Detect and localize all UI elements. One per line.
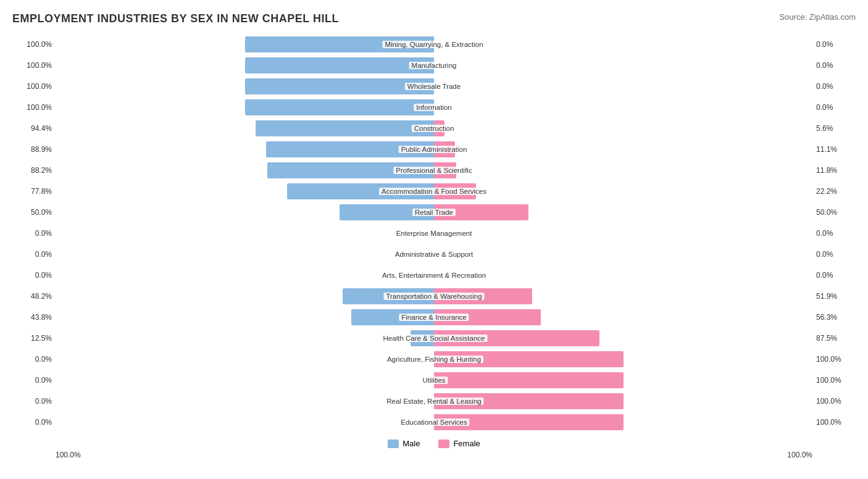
left-half [56, 308, 434, 327]
bar-row: 0.0%Real Estate, Rental & Leasing100.0% [12, 392, 856, 410]
industry-label: Enterprise Management [394, 230, 475, 237]
right-percentage: 0.0% [812, 61, 856, 70]
right-percentage: 0.0% [812, 229, 856, 238]
right-half [434, 119, 812, 138]
left-percentage: 100.0% [12, 61, 56, 70]
industry-label: Finance & Insurance [399, 314, 469, 321]
legend-male: Male [388, 439, 420, 448]
left-half [56, 245, 434, 264]
male-bar [245, 57, 435, 73]
bars-area: Manufacturing [56, 56, 812, 75]
bar-row: 43.8%Finance & Insurance56.3% [12, 308, 856, 327]
left-percentage: 100.0% [12, 40, 56, 49]
left-half [56, 77, 434, 96]
left-half [56, 224, 434, 243]
right-percentage: 100.0% [812, 376, 856, 385]
bars-area: Finance & Insurance [56, 308, 812, 327]
right-percentage: 100.0% [812, 355, 856, 364]
right-percentage: 11.8% [812, 166, 856, 175]
left-percentage: 43.8% [12, 313, 56, 322]
bars-area: Arts, Entertainment & Recreation [56, 266, 812, 285]
industry-label: Educational Services [398, 419, 469, 426]
left-percentage: 100.0% [12, 82, 56, 91]
right-half [434, 371, 812, 389]
chart-title: EMPLOYMENT INDUSTRIES BY SEX IN NEW CHAP… [12, 12, 339, 25]
left-half [56, 140, 434, 159]
bar-row: 88.9%Public Administration11.1% [12, 140, 856, 159]
industry-label: Agriculture, Fishing & Hunting [385, 356, 483, 363]
left-half [56, 119, 434, 138]
right-percentage: 56.3% [812, 313, 856, 322]
right-percentage: 5.6% [812, 124, 856, 133]
bars-area: Construction [56, 119, 812, 138]
bar-row: 48.2%Transportation & Warehousing51.9% [12, 287, 856, 306]
right-percentage: 87.5% [812, 334, 856, 343]
left-half [56, 266, 434, 285]
bar-row: 0.0%Enterprise Management0.0% [12, 224, 856, 243]
bar-row: 100.0%Mining, Quarrying, & Extraction0.0… [12, 35, 856, 54]
left-half [56, 98, 434, 117]
right-half [434, 140, 812, 159]
bars-area: Information [56, 98, 812, 117]
bars-area: Agriculture, Fishing & Hunting [56, 350, 812, 369]
bars-area: Real Estate, Rental & Leasing [56, 392, 812, 410]
bar-row: 77.8%Accommodation & Food Services22.2% [12, 182, 856, 201]
left-half [56, 182, 434, 201]
bar-row: 0.0%Utilities100.0% [12, 371, 856, 389]
right-percentage: 11.1% [812, 145, 856, 154]
left-half [56, 203, 434, 222]
industry-label: Accommodation & Food Services [379, 188, 489, 195]
right-percentage: 0.0% [812, 103, 856, 112]
left-percentage: 88.2% [12, 166, 56, 175]
industry-label: Construction [412, 125, 457, 132]
industry-label: Wholesale Trade [405, 83, 463, 90]
right-percentage: 0.0% [812, 271, 856, 280]
industry-label: Retail Trade [412, 209, 456, 216]
right-half [434, 98, 812, 117]
bar-row: 50.0%Retail Trade50.0% [12, 203, 856, 222]
chart-header: EMPLOYMENT INDUSTRIES BY SEX IN NEW CHAP… [12, 12, 856, 25]
bars-area: Educational Services [56, 413, 812, 431]
left-half [56, 371, 434, 389]
left-percentage: 0.0% [12, 271, 56, 280]
industry-label: Information [414, 104, 454, 111]
left-half [56, 392, 434, 410]
left-percentage: 0.0% [12, 229, 56, 238]
bar-row: 100.0%Manufacturing0.0% [12, 56, 856, 75]
left-half [56, 56, 434, 75]
industry-label: Public Administration [399, 146, 470, 153]
left-percentage: 48.2% [12, 292, 56, 301]
right-percentage: 50.0% [812, 208, 856, 217]
bar-row: 0.0%Arts, Entertainment & Recreation0.0% [12, 266, 856, 285]
female-color-box [438, 439, 449, 448]
bar-row: 0.0%Administrative & Support0.0% [12, 245, 856, 264]
right-half [434, 35, 812, 54]
right-half [434, 266, 812, 285]
right-half [434, 161, 812, 180]
left-percentage: 0.0% [12, 418, 56, 427]
right-half [434, 182, 812, 201]
bottom-left-value: 100.0% [56, 451, 81, 459]
chart-container: 100.0%Mining, Quarrying, & Extraction0.0… [12, 35, 856, 459]
left-half [56, 329, 434, 348]
left-half [56, 350, 434, 369]
bars-area: Professional & Scientific [56, 161, 812, 180]
bar-row: 0.0%Agriculture, Fishing & Hunting100.0% [12, 350, 856, 369]
industry-label: Administrative & Support [393, 251, 476, 258]
bottom-right-value: 100.0% [787, 451, 812, 459]
left-percentage: 100.0% [12, 103, 56, 112]
industry-label: Arts, Entertainment & Recreation [380, 272, 488, 279]
left-percentage: 0.0% [12, 397, 56, 406]
left-percentage: 12.5% [12, 334, 56, 343]
male-bar [245, 99, 435, 115]
left-percentage: 0.0% [12, 376, 56, 385]
bars-area: Accommodation & Food Services [56, 182, 812, 201]
right-percentage: 22.2% [812, 187, 856, 196]
right-half [434, 224, 812, 243]
bars-area: Wholesale Trade [56, 77, 812, 96]
bottom-axis-values: 100.0% 100.0% [12, 451, 856, 459]
bars-area: Mining, Quarrying, & Extraction [56, 35, 812, 54]
industry-label: Health Care & Social Assistance [381, 335, 488, 342]
right-half [434, 308, 812, 327]
bar-row: 12.5%Health Care & Social Assistance87.5… [12, 329, 856, 348]
